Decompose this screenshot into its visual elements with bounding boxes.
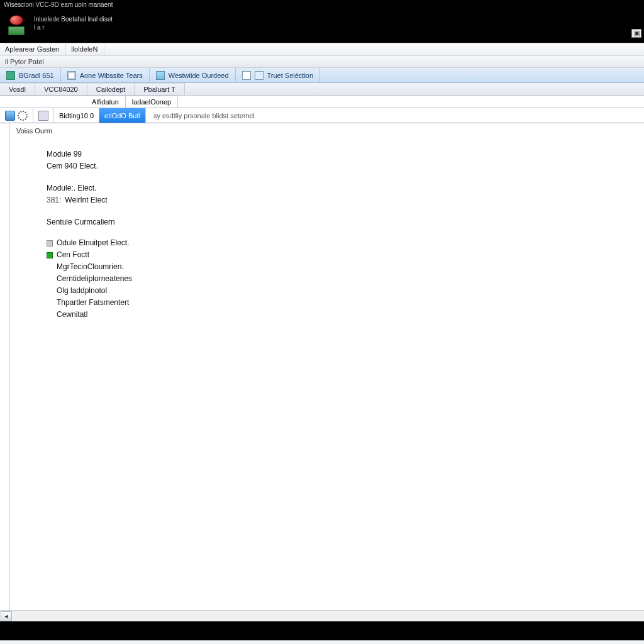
- workspace: Voiss Ourm Module 99 Cem 940 Elect. Modu…: [0, 123, 644, 610]
- iconrow-tools[interactable]: [0, 108, 33, 123]
- icon-row: Bidting10 0 etiOdO Butl sy esdtliy prson…: [0, 108, 644, 123]
- sub-menubar: il Pytor Patel: [0, 55, 644, 68]
- subtab-0[interactable]: Alfidatun: [86, 96, 126, 108]
- toolbar-label-2: Westwiide Ourdeed: [169, 72, 229, 79]
- status-bar: [0, 640, 644, 644]
- toolbar-icon-3a: [242, 71, 251, 80]
- toolbar-icon-3b: [255, 71, 264, 80]
- group2-prefix: 381:: [47, 194, 61, 206]
- toolbar-label-1: Aone Wibssite Tears: [80, 72, 143, 79]
- scroll-left-button[interactable]: ◄: [1, 611, 12, 621]
- header-line2: l a r: [34, 23, 113, 31]
- toolbar-icon-0: [6, 71, 15, 80]
- app-header: Inluelede Boetahal lnal diset l a r ▣: [0, 11, 644, 43]
- content-pane: Voiss Ourm Module 99 Cem 940 Elect. Modu…: [10, 123, 644, 610]
- subtab-row: Alfidatun ladaelOonep: [0, 96, 644, 108]
- tree-sub-0[interactable]: MgrTecinCloumrien.: [57, 261, 638, 273]
- wrench-icon: [5, 111, 15, 121]
- gear-icon: [18, 111, 28, 121]
- logo-sphere-icon: [9, 15, 23, 25]
- logo-chip-icon: [8, 26, 25, 35]
- tab-3[interactable]: Pbaluart T: [135, 83, 185, 95]
- iconrow-seg1[interactable]: Bidting10 0: [54, 108, 99, 123]
- checkbox-icon: [47, 240, 53, 247]
- tree-item-0[interactable]: Odule Elnuitpet Elect.: [47, 237, 638, 249]
- header-line1: Inluelede Boetahal lnal diset: [34, 15, 113, 23]
- menubar: Aplearear Gasten lloldeleN: [0, 43, 644, 55]
- pane-heading: Voiss Ourm: [16, 127, 638, 135]
- tab-0[interactable]: Vosdl: [0, 83, 35, 95]
- group2-l1: Module:. Elect.: [47, 182, 638, 194]
- horizontal-scrollbar[interactable]: ◄: [0, 610, 644, 621]
- tree-item-0-label: Odule Elnuitpet Elect.: [57, 237, 129, 249]
- iconrow-description: sy esdtliy prsonale blidst seterncl: [146, 112, 255, 119]
- group3: Sentule Curmcaliern Odule Elnuitpet Elec…: [47, 216, 638, 321]
- tree-sub-1[interactable]: Cerntideliplorneatenes: [57, 273, 638, 285]
- checkbox-checked-icon: [47, 252, 53, 258]
- tree-subitems: MgrTecinCloumrien. Cerntideliplorneatene…: [57, 261, 638, 321]
- toolbar-btn-3[interactable]: Truet Seléction: [236, 68, 321, 82]
- menu-item-0[interactable]: Aplearear Gasten: [0, 43, 66, 55]
- tab-1[interactable]: VCC84020: [35, 83, 87, 95]
- toolbar-btn-1[interactable]: Aone Wibssite Tears: [61, 68, 150, 82]
- monitor-icon: [38, 111, 48, 121]
- group1-l2: Cem 940 Elect.: [47, 160, 638, 172]
- subtab-1[interactable]: ladaelOonep: [126, 96, 178, 108]
- toolbar-btn-2[interactable]: Westwiide Ourdeed: [150, 68, 236, 82]
- group1-l1: Module 99: [47, 148, 638, 160]
- app-logo: [4, 13, 29, 38]
- tab-row: Vosdl VCC84020 Cailodept Pbaluart T: [0, 83, 644, 96]
- iconrow-seg-selected[interactable]: etiOdO Butl: [99, 108, 146, 123]
- tree-sub-4[interactable]: Cewnitatl: [57, 309, 638, 321]
- iconrow-monitor[interactable]: [33, 108, 54, 123]
- group1: Module 99 Cem 940 Elect.: [47, 148, 638, 172]
- toolbar-label-3: Truet Seléction: [267, 72, 314, 79]
- iconrow-sel-label: etiOdO Butl: [104, 112, 140, 119]
- left-gutter: [0, 123, 10, 610]
- toolbar-btn-0[interactable]: BGradl 651: [0, 68, 61, 82]
- toolbar-icon-1: [67, 71, 76, 80]
- window-titlebar: Wisescioni VCC-9D eam uoin manaent: [0, 0, 644, 11]
- minimize-button[interactable]: ▣: [631, 29, 641, 38]
- header-text: Inluelede Boetahal lnal diset l a r: [34, 13, 113, 31]
- group2: Module:. Elect. 381: Weirlnt Elect: [47, 182, 638, 206]
- toolbar-label-0: BGradl 651: [19, 72, 54, 79]
- window-title: Wisescioni VCC-9D eam uoin manaent: [4, 1, 113, 8]
- group2-l2: Weirlnt Elect: [65, 194, 107, 206]
- menu-item-1[interactable]: lloldeleN: [66, 43, 104, 55]
- tab-2[interactable]: Cailodept: [87, 83, 135, 95]
- toolbar: BGradl 651 Aone Wibssite Tears Westwiide…: [0, 68, 644, 83]
- tree-item-1-label: Cen Foctt: [57, 249, 89, 261]
- sub-menubar-label: il Pytor Patel: [5, 58, 44, 65]
- tree-item-1[interactable]: Cen Foctt: [47, 249, 638, 261]
- tree-sub-2[interactable]: Olg laddplnotol: [57, 285, 638, 297]
- group3-title: Sentule Curmcaliern: [47, 216, 638, 228]
- tree-sub-3[interactable]: Thpartler Fatsmentert: [57, 297, 638, 309]
- iconrow-seg1-label: Bidting10 0: [59, 112, 94, 119]
- footer-gap: [0, 621, 644, 640]
- toolbar-icon-2: [156, 71, 165, 80]
